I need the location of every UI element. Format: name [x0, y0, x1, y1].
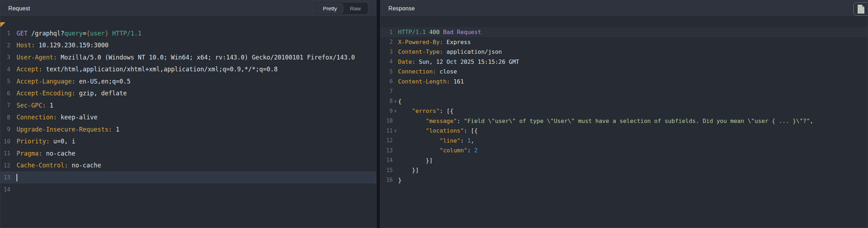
code-line[interactable]: 5Accept-Language: en-US,en;q=0.5 — [0, 75, 376, 87]
code-text: }] — [398, 157, 433, 164]
code-text: "column": 2 — [398, 147, 478, 154]
line-number: 1 — [0, 30, 10, 37]
code-text: Priority: u=0, i — [17, 138, 75, 145]
line-number: 6 — [0, 90, 10, 97]
code-line[interactable]: 11Pragma: no-cache — [0, 147, 376, 160]
code-text: Accept: text/html,application/xhtml+xml,… — [17, 66, 278, 73]
code-text: Upgrade-Insecure-Requests: 1 — [17, 126, 120, 133]
line-number: 12 — [0, 162, 10, 169]
code-line[interactable]: 1GET /graphql?query={user} HTTP/1.1 — [0, 27, 376, 39]
code-text: "errors": [{ — [398, 108, 453, 114]
code-text: GET /graphql?query={user} HTTP/1.1 — [17, 30, 142, 37]
code-line[interactable]: 14 — [0, 184, 376, 196]
code-text: Accept-Encoding: gzip, deflate — [17, 90, 127, 97]
edited-marker-icon — [0, 22, 5, 27]
code-text: "message": "Field \"user\" of type \"Use… — [398, 118, 813, 124]
code-line[interactable]: 5Connection: close — [380, 67, 868, 77]
request-panel: Request PrettyRaw 1GET /graphql?query={u… — [0, 0, 377, 228]
line-number: 11 — [0, 150, 10, 157]
code-line[interactable]: 13 — [0, 171, 376, 184]
line-number: 9 — [380, 108, 393, 114]
code-line[interactable]: 8∨{ — [380, 96, 868, 106]
code-line[interactable]: 8Connection: keep-alive — [0, 111, 376, 124]
line-number: 7 — [0, 102, 10, 109]
pretty-raw-toggle: PrettyRaw — [315, 2, 368, 15]
code-line[interactable]: 10Priority: u=0, i — [0, 136, 376, 148]
code-text: HTTP/1.1 400 Bad Request — [398, 29, 481, 35]
line-number: 7 — [380, 88, 393, 95]
line-number: 2 — [0, 42, 10, 49]
code-line[interactable]: 7 — [380, 86, 868, 96]
line-number: 3 — [0, 54, 10, 61]
line-number: 13 — [380, 147, 393, 154]
code-text: { — [398, 98, 402, 105]
response-editor[interactable]: 1HTTP/1.1 400 Bad Request2X-Powered-By: … — [380, 17, 868, 228]
code-text: Pragma: no-cache — [17, 150, 75, 157]
code-text: Date: Sun, 12 Oct 2025 15:15:26 GMT — [398, 58, 519, 65]
tab-raw[interactable]: Raw — [344, 4, 367, 13]
http-message-viewer: Request PrettyRaw 1GET /graphql?query={u… — [0, 0, 868, 228]
fold-collapse-icon[interactable]: ∨ — [393, 128, 398, 133]
code-text: Content-Type: application/json — [398, 48, 502, 55]
document-icon — [858, 5, 864, 14]
code-line[interactable]: 2X-Powered-By: Express — [380, 37, 868, 47]
code-text: X-Powered-By: Express — [398, 39, 471, 46]
fold-collapse-icon[interactable]: ∨ — [393, 99, 398, 104]
code-line[interactable]: 7Sec-GPC: 1 — [0, 99, 376, 111]
code-text — [17, 174, 17, 181]
code-line[interactable]: 4Accept: text/html,application/xhtml+xml… — [0, 63, 376, 76]
render-document-button[interactable] — [853, 2, 868, 16]
code-line[interactable]: 16} — [380, 175, 868, 185]
line-number: 14 — [380, 157, 393, 163]
line-number: 8 — [0, 114, 10, 121]
code-line[interactable]: 14 }] — [380, 156, 868, 166]
code-line[interactable]: 6Content-Length: 161 — [380, 77, 868, 87]
line-number: 11 — [380, 128, 393, 134]
code-text: "line": 1, — [398, 137, 474, 144]
response-panel-title: Response — [388, 5, 415, 12]
code-line[interactable]: 2Host: 10.129.230.159:3000 — [0, 39, 376, 52]
code-line[interactable]: 13 "column": 2 — [380, 146, 868, 156]
line-number: 5 — [380, 68, 393, 75]
line-number: 14 — [0, 186, 10, 193]
code-line[interactable]: 11∨ "locations": [{ — [380, 126, 868, 136]
code-line[interactable]: 9Upgrade-Insecure-Requests: 1 — [0, 123, 376, 136]
line-number: 2 — [380, 39, 393, 45]
code-line[interactable]: 10 "message": "Field \"user\" of type \"… — [380, 116, 868, 126]
text-caret — [17, 174, 17, 181]
code-line[interactable]: 9∨ "errors": [{ — [380, 106, 868, 116]
tab-pretty[interactable]: Pretty — [317, 4, 343, 13]
line-number: 10 — [0, 138, 10, 145]
code-text: Cache-Control: no-cache — [17, 162, 101, 169]
request-panel-title: Request — [8, 5, 30, 12]
code-line[interactable]: 3Content-Type: application/json — [380, 47, 868, 57]
line-number: 4 — [0, 66, 10, 73]
request-editor[interactable]: 1GET /graphql?query={user} HTTP/1.12Host… — [0, 17, 376, 228]
code-text: "locations": [{ — [398, 127, 478, 134]
code-text: Connection: keep-alive — [17, 114, 97, 121]
fold-collapse-icon[interactable]: ∨ — [393, 109, 398, 113]
code-text: Accept-Language: en-US,en;q=0.5 — [17, 78, 130, 85]
line-number: 8 — [380, 98, 393, 104]
response-panel-header: Response — [380, 0, 868, 17]
panel-divider[interactable] — [377, 0, 380, 228]
code-text: Sec-GPC: 1 — [17, 102, 53, 109]
request-panel-header: Request PrettyRaw — [0, 0, 376, 17]
line-number: 3 — [380, 49, 393, 55]
code-line[interactable]: 6Accept-Encoding: gzip, deflate — [0, 87, 376, 100]
code-line[interactable]: 15 }] — [380, 165, 868, 175]
code-line[interactable]: 12 "line": 1, — [380, 136, 868, 146]
line-number: 4 — [380, 58, 393, 65]
code-line[interactable]: 3User-Agent: Mozilla/5.0 (Windows NT 10.… — [0, 51, 376, 63]
line-number: 1 — [380, 29, 393, 35]
code-text: Connection: close — [398, 68, 457, 75]
code-text: } — [398, 177, 402, 184]
line-number: 9 — [0, 126, 10, 133]
line-number: 13 — [0, 174, 10, 181]
code-line[interactable]: 1HTTP/1.1 400 Bad Request — [380, 27, 868, 37]
line-number: 12 — [380, 137, 393, 144]
code-line[interactable]: 12Cache-Control: no-cache — [0, 160, 376, 172]
code-line[interactable]: 4Date: Sun, 12 Oct 2025 15:15:26 GMT — [380, 57, 868, 67]
code-text: Content-Length: 161 — [398, 78, 464, 85]
response-panel: Response 1HTTP/1.1 400 Bad Request2X-Pow… — [380, 0, 868, 228]
